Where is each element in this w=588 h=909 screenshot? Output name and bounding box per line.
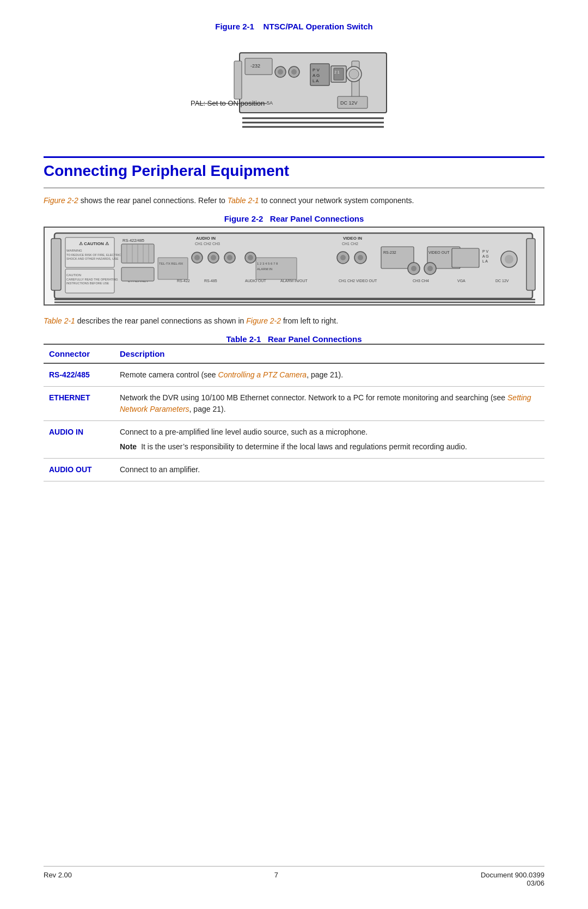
rs422-desc-link[interactable]: Controlling a PTZ Camera (218, 370, 307, 379)
svg-text:RS-232: RS-232 (383, 251, 396, 254)
figure-2-1-section: Figure 2-1 NTSC/PAL Operation Switch -23… (44, 22, 544, 140)
section-heading: Connecting Peripheral Equipment (44, 156, 544, 180)
table-row: ETHERNET Network the DVR using 10/100 MB… (44, 387, 544, 421)
svg-text:CAUTION: CAUTION (66, 273, 81, 277)
svg-text:CH1    CH2    VIDEO OUT: CH1 CH2 VIDEO OUT (339, 279, 377, 283)
svg-point-6 (278, 69, 283, 75)
figure-2-1-title-row: Figure 2-1 NTSC/PAL Operation Switch (215, 22, 373, 36)
svg-rect-72 (452, 248, 479, 267)
svg-point-48 (211, 255, 216, 260)
svg-rect-32 (65, 269, 114, 293)
svg-point-46 (194, 255, 200, 260)
svg-text:-232: -232 (250, 63, 260, 69)
svg-text:A G: A G (482, 254, 489, 258)
intro-table-link[interactable]: Table 2-1 (228, 196, 259, 205)
figure-2-2-caption: Figure 2-2 Rear Panel Connections (224, 214, 364, 223)
svg-point-71 (427, 266, 433, 271)
table-intro-text4: from left to right. (281, 316, 338, 325)
intro-text-part2: shows the rear panel connections. Refer … (78, 196, 228, 205)
svg-text:INSTRUCTIONS BEFORE USE: INSTRUCTIONS BEFORE USE (66, 282, 109, 285)
svg-text:VIDEO OUT: VIDEO OUT (428, 251, 450, 254)
table-label: Table 2-1 (226, 334, 261, 344)
table-intro-link1[interactable]: Table 2-1 (44, 316, 75, 325)
svg-rect-87 (121, 267, 154, 281)
table-2-1-caption-row: Table 2-1 Rear Panel Connections (44, 334, 544, 344)
svg-text:2 1: 2 1 (334, 70, 340, 74)
footer-right: Document 900.0399 03/06 (481, 871, 544, 887)
description-ethernet: Network the DVR using 10/100 MB Ethernet… (114, 387, 544, 421)
connector-rs422: RS-422/485 (44, 363, 114, 387)
svg-rect-26 (51, 239, 61, 290)
connections-table: Connector Description RS-422/485 Remote … (44, 344, 544, 481)
intro-fig-link[interactable]: Figure 2-2 (44, 196, 78, 205)
section-rule (44, 187, 544, 188)
pal-annotation: PAL: Set to ON position (191, 99, 265, 107)
ethernet-desc-suffix: , page (189, 405, 213, 413)
svg-text:WARNING: WARNING (66, 249, 82, 252)
description-audio-in: Connect to a pre-amplified line level au… (114, 421, 544, 459)
svg-rect-88 (526, 239, 535, 290)
col-connector-header: Connector (44, 344, 114, 363)
description-rs422: Remote camera control (see Controlling a… (114, 363, 544, 387)
svg-point-8 (291, 69, 297, 75)
page-footer: Rev 2.00 7 Document 900.0399 03/06 (44, 866, 544, 887)
ethernet-desc-plain: Network the DVR using 10/100 MB Ethernet… (120, 393, 507, 402)
svg-rect-51 (158, 258, 188, 279)
svg-text:P V: P V (482, 249, 488, 253)
ethernet-desc-page: 21 (212, 405, 221, 413)
svg-text:A G: A G (313, 73, 320, 78)
svg-text:SHOCK AND OTHER HAZARDS, USE: SHOCK AND OTHER HAZARDS, USE (66, 257, 119, 260)
table-intro-paragraph: Table 2-1 describes the rear panel conne… (44, 315, 544, 327)
svg-point-63 (358, 255, 363, 260)
footer-doc-number: Document 900.0399 (481, 871, 544, 879)
rs422-desc-page: 21 (330, 370, 339, 379)
connector-ethernet: ETHERNET (44, 387, 114, 421)
svg-point-61 (340, 255, 346, 260)
footer-rev: Rev 2.00 (44, 871, 72, 879)
svg-text:⚠ CAUTION ⚠: ⚠ CAUTION ⚠ (79, 241, 109, 246)
table-row: RS-422/485 Remote camera control (see Co… (44, 363, 544, 387)
svg-rect-3 (234, 61, 242, 99)
intro-text-part4: to connect your network system component… (259, 196, 414, 205)
svg-text:ALARM IN: ALARM IN (257, 267, 272, 271)
pal-annotation-text: PAL: Set to ON position (191, 99, 265, 107)
svg-text:RS-422/485: RS-422/485 (122, 238, 144, 243)
table-title: Rear Panel Connections (268, 334, 362, 344)
audioout-desc-plain: Connect to an amplifier. (120, 465, 200, 474)
svg-text:L A: L A (313, 78, 319, 83)
table-row: AUDIO IN Connect to a pre-amplified line… (44, 421, 544, 459)
table-2-1-caption: Table 2-1 Rear Panel Connections (226, 334, 362, 344)
figure-2-1-label: Figure 2-1 NTSC/PAL Operation Switch (215, 22, 373, 31)
fig1-title-text: NTSC/PAL Operation Switch (264, 22, 373, 31)
connector-audio-in: AUDIO IN (44, 421, 114, 459)
svg-text:RS-485: RS-485 (204, 279, 217, 283)
svg-text:AUDIO IN: AUDIO IN (196, 236, 216, 241)
svg-text:VIDEO IN: VIDEO IN (343, 236, 362, 241)
note-row: Note It is the user’s responsibility to … (120, 441, 539, 453)
fig1-label-text: Figure 2-1 (215, 22, 254, 31)
note-label: Note (120, 441, 137, 453)
figure-2-2-caption-row: Figure 2-2 Rear Panel Connections (44, 214, 544, 223)
table-intro-link3[interactable]: Figure 2-2 (246, 316, 281, 325)
audioin-desc-plain: Connect to a pre-amplified line level au… (120, 428, 367, 436)
svg-text:DC 12V: DC 12V (495, 279, 509, 283)
svg-text:VGA: VGA (457, 279, 465, 283)
rear-panel-figure: ⚠ CAUTION ⚠ WARNING TO REDUCE RISK OF FI… (44, 227, 544, 306)
connector-audio-out: AUDIO OUT (44, 459, 114, 481)
svg-text:P V: P V (313, 68, 320, 72)
note-text: It is the user’s responsibility to deter… (141, 441, 467, 453)
table-row: AUDIO OUT Connect to an amplifier. (44, 459, 544, 481)
col-description-header: Description (114, 344, 544, 363)
svg-text:DC 12V: DC 12V (340, 100, 358, 106)
description-audio-out: Connect to an amplifier. (114, 459, 544, 481)
svg-text:CAREFULLY READ THE OPERATING: CAREFULLY READ THE OPERATING (66, 278, 118, 281)
table-intro-text2: describes the rear panel connections as … (75, 316, 246, 325)
footer-date: 03/06 (481, 879, 544, 887)
svg-text:5A: 5A (267, 100, 273, 106)
svg-point-17 (349, 69, 359, 79)
fig1-svg: -232 P V A G L A 2 1 (191, 42, 397, 137)
svg-point-77 (505, 255, 513, 264)
section-title: Connecting Peripheral Equipment (44, 162, 544, 180)
svg-text:TO REDUCE RISK OF FIRE, ELECTR: TO REDUCE RISK OF FIRE, ELECTRIC (66, 253, 121, 257)
svg-text:CH3   CH4: CH3 CH4 (413, 279, 429, 283)
